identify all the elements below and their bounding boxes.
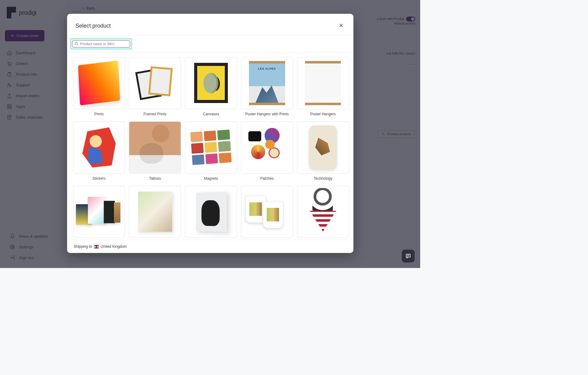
modal-header: Select product — [67, 14, 353, 35]
product-framed-prints[interactable]: Framed Prints — [129, 57, 181, 117]
modal-title: Select product — [76, 23, 111, 29]
product-stickers[interactable]: Stickers — [73, 121, 125, 182]
product-thumb — [129, 57, 181, 109]
poster-art-title: LES ALPES — [249, 67, 285, 70]
product-label: Prints — [73, 109, 125, 117]
modal-body[interactable]: Prints Framed Prints Canvases LES ALPES — [67, 53, 353, 240]
product-label: Poster Hangers — [297, 109, 349, 117]
search-box[interactable] — [72, 40, 130, 48]
product-thumb — [241, 121, 293, 174]
shipping-to-label: Shipping to — [74, 244, 92, 249]
product-panels[interactable]: Panels — [129, 186, 181, 240]
modal-overlay[interactable]: Select product Prints — [0, 0, 420, 268]
product-label: Patches — [241, 174, 293, 182]
svg-point-12 — [75, 43, 77, 45]
search-icon — [75, 42, 78, 46]
product-thumb — [297, 57, 349, 109]
product-label: Stickers — [73, 174, 125, 182]
product-thumb — [129, 186, 181, 238]
product-thumb: LES ALPES — [241, 57, 293, 109]
product-thumb — [185, 121, 237, 174]
product-thumb — [297, 121, 349, 174]
product-thumb — [297, 186, 349, 238]
product-prints[interactable]: Prints — [73, 57, 125, 117]
shipping-country: United Kingdom — [101, 244, 127, 249]
modal-footer: Shipping to United Kingdom — [67, 240, 353, 253]
product-poster-hangers[interactable]: Poster Hangers — [297, 57, 349, 117]
product-label: Tattoos — [129, 174, 181, 182]
product-patches[interactable]: Patches — [241, 121, 293, 182]
select-product-modal: Select product Prints — [67, 14, 353, 253]
product-thumb — [73, 57, 125, 109]
product-label: Panels — [129, 238, 181, 240]
product-label: Framed Prints — [129, 109, 181, 117]
product-technology[interactable]: Technology — [297, 121, 349, 182]
product-label: Gallery Boards — [73, 238, 125, 240]
close-button[interactable] — [337, 21, 345, 31]
product-label: Canvases — [185, 109, 237, 117]
product-canvases[interactable]: Canvases — [185, 57, 237, 117]
product-thumb — [185, 186, 237, 238]
product-home-living[interactable]: Home & Living — [241, 186, 293, 240]
product-magnets[interactable]: Magnets — [185, 121, 237, 182]
search-highlight — [70, 38, 132, 49]
product-thumb — [73, 121, 125, 174]
product-gallery-boards[interactable]: Gallery Boards — [73, 186, 125, 240]
product-label: Technology — [297, 174, 349, 182]
product-label: Poster Hangers with Prints — [241, 109, 293, 117]
product-thumb — [185, 57, 237, 109]
chat-icon — [405, 253, 411, 259]
product-thumb — [129, 121, 181, 174]
product-label: Home & Living — [241, 238, 293, 240]
chat-button[interactable] — [402, 250, 415, 262]
product-grid: Prints Framed Prints Canvases LES ALPES — [73, 57, 349, 240]
search-input[interactable] — [80, 42, 127, 46]
close-icon — [339, 23, 344, 28]
product-poster-hangers-prints[interactable]: LES ALPES Poster Hangers with Prints — [241, 57, 293, 117]
product-pets[interactable]: Pets — [297, 186, 349, 240]
product-metal[interactable]: Metal — [185, 186, 237, 240]
product-label: Magnets — [185, 174, 237, 182]
uk-flag-icon — [94, 245, 99, 248]
product-thumb — [241, 186, 293, 238]
product-tattoos[interactable]: Tattoos — [129, 121, 181, 182]
product-label: Metal — [185, 238, 237, 240]
search-area — [67, 35, 353, 53]
product-thumb — [73, 186, 125, 238]
